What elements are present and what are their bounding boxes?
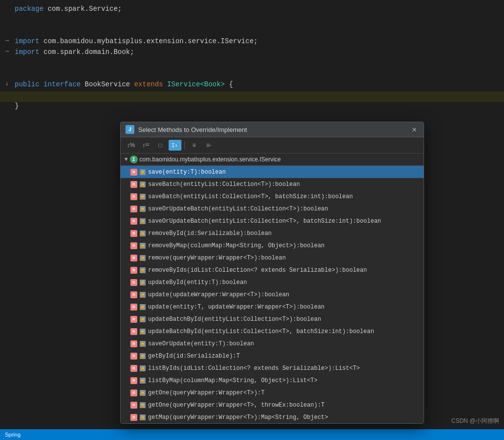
lock-icon: 🔒 xyxy=(140,280,146,285)
method-name: saveOrUpdateBatch(entityList:Collection<… xyxy=(148,218,381,225)
method-icon: m xyxy=(130,353,137,360)
method-item-update-2[interactable]: m 🔒 update(entity:T, updateWrapper:Wrapp… xyxy=(121,301,424,313)
code-line-5: → import com.spark.domain.Book; xyxy=(0,48,504,59)
method-name: saveBatch(entityList:Collection<T>, batc… xyxy=(148,193,353,200)
method-name: getById(id:Serializable):T xyxy=(148,353,240,360)
method-item-removebymap[interactable]: m 🔒 removeByMap(columnMap:Map<String, Ob… xyxy=(121,239,424,252)
code-line-3 xyxy=(0,26,504,37)
copy-javadoc-button[interactable]: ≡- xyxy=(202,140,215,151)
method-icon: m xyxy=(130,279,137,286)
method-item-updatebatchbyid-1[interactable]: m 🔒 updateBatchById(entityList:Collectio… xyxy=(121,313,424,325)
method-icon: m xyxy=(130,267,137,274)
lock-icon: 🔒 xyxy=(140,390,146,396)
lock-icon: 🔒 xyxy=(140,218,146,224)
line-number: → xyxy=(0,48,14,55)
method-name: saveOrUpdateBatch(entityList:Collection<… xyxy=(148,206,328,212)
code-line-2 xyxy=(0,16,504,26)
method-icon: m xyxy=(130,304,137,311)
sort-by-type-button[interactable]: ↕¹² xyxy=(139,140,152,151)
method-item-remove[interactable]: m 🔒 remove(queryWrapper:Wrapper<T>):bool… xyxy=(121,252,424,264)
method-name: removeById(id:Serializable):boolean xyxy=(148,230,272,237)
method-icon: m xyxy=(130,242,137,249)
lock-icon: 🔒 xyxy=(140,231,146,236)
method-icon: m xyxy=(130,169,137,176)
method-item-savebatch-1[interactable]: m 🔒 saveBatch(entityList:Collection<T>):… xyxy=(121,178,424,190)
method-icon: m xyxy=(130,340,137,347)
method-icon: m xyxy=(130,230,137,237)
method-item-removebyid[interactable]: m 🔒 removeById(id:Serializable):boolean xyxy=(121,227,424,239)
lock-icon: 🔒 xyxy=(140,181,146,187)
lock-icon: 🔒 xyxy=(140,316,146,322)
lock-icon: 🔒 xyxy=(140,194,146,200)
lock-icon: 🔒 xyxy=(140,365,146,371)
method-item-getbyid[interactable]: m 🔒 getById(id:Serializable):T xyxy=(121,350,424,362)
method-icon: m xyxy=(130,206,137,212)
method-item-getone-1[interactable]: m 🔒 getOne(queryWrapper:Wrapper<T>):T xyxy=(121,387,424,399)
method-icon: m xyxy=(130,218,137,225)
method-name: updateBatchById(entityList:Collection<T>… xyxy=(148,316,321,323)
method-item-saveorupdatebatch-1[interactable]: m 🔒 saveOrUpdateBatch(entityList:Collect… xyxy=(121,203,424,215)
lock-icon: 🔒 xyxy=(140,341,146,347)
method-name: updateById(entity:T):boolean xyxy=(148,279,247,286)
method-item-getone-2[interactable]: m 🔒 getOne(queryWrapper:Wrapper<T>, thro… xyxy=(121,399,424,411)
code-line-9 xyxy=(0,91,504,102)
method-icon: m xyxy=(130,193,137,200)
method-name: saveOrUpdate(entity:T):boolean xyxy=(148,340,254,347)
method-item-savebatch-2[interactable]: m 🔒 saveBatch(entityList:Collection<T>, … xyxy=(121,190,424,203)
method-icon: m xyxy=(130,377,137,384)
status-spring: Spring xyxy=(5,432,21,438)
lock-icon: 🔒 xyxy=(140,292,146,298)
method-name: listByIds(idList:Collection<? extends Se… xyxy=(148,365,360,372)
method-item-update-1[interactable]: m 🔒 update(updateWrapper:Wrapper<T>):boo… xyxy=(121,288,424,301)
lock-icon: 🔒 xyxy=(140,304,146,310)
methods-list[interactable]: m 🔒 save(entity:T):boolean m 🔒 saveBatch… xyxy=(121,166,424,423)
code-line-1: package com.spark.Service; xyxy=(0,5,504,16)
method-icon: m xyxy=(130,255,137,261)
method-icon: m xyxy=(130,414,137,421)
method-item-updatebatchbyid-2[interactable]: m 🔒 updateBatchById(entityList:Collectio… xyxy=(121,325,424,337)
code-line-10: } xyxy=(0,102,504,113)
method-item-listbymap[interactable]: m 🔒 listByMap(columnMap:Map<String, Obje… xyxy=(121,374,424,387)
lock-icon: 🔒 xyxy=(140,267,146,273)
method-item-removebyids[interactable]: m 🔒 removeByIds(idList:Collection<? exte… xyxy=(121,264,424,276)
lock-icon: 🔒 xyxy=(140,206,146,212)
method-item-save[interactable]: m 🔒 save(entity:T):boolean xyxy=(121,166,424,178)
dialog-title-section: J Select Methods to Override/Implement xyxy=(126,125,247,134)
method-name: updateBatchById(entityList:Collection<T>… xyxy=(148,328,374,335)
code-line-6 xyxy=(0,59,504,70)
method-item-listbyids[interactable]: m 🔒 listByIds(idList:Collection<? extend… xyxy=(121,362,424,374)
lock-icon: 🔒 xyxy=(140,378,146,384)
method-name: saveBatch(entityList:Collection<T>):bool… xyxy=(148,181,300,188)
method-item-saveorupdatebatch-2[interactable]: m 🔒 saveOrUpdateBatch(entityList:Collect… xyxy=(121,215,424,227)
line-number: → xyxy=(0,37,14,44)
toolbar-separator xyxy=(184,141,185,149)
method-name: listByMap(columnMap:Map<String, Object>)… xyxy=(148,377,318,384)
expand-all-button[interactable]: □ xyxy=(154,140,167,151)
lock-icon: 🔒 xyxy=(140,329,146,335)
method-item-saveorupdate[interactable]: m 🔒 saveOrUpdate(entity:T):boolean xyxy=(121,337,424,350)
lock-icon: 🔒 xyxy=(140,169,146,175)
dialog-close-button[interactable]: ✕ xyxy=(410,125,419,134)
override-icon: I↑ xyxy=(172,142,178,149)
method-name: removeByIds(idList:Collection<? extends … xyxy=(148,267,367,274)
code-line-4: → import com.baomidou.mybatisplus.extens… xyxy=(0,37,504,48)
generate-body-button[interactable]: ≡ xyxy=(188,140,201,151)
method-item-updatebyid[interactable]: m 🔒 updateById(entity:T):boolean xyxy=(121,276,424,288)
insert-override-button[interactable]: I↑ xyxy=(169,140,181,151)
method-name: removeByMap(columnMap:Map<String, Object… xyxy=(148,242,325,249)
method-name: getOne(queryWrapper:Wrapper<T>):T xyxy=(148,389,265,396)
tree-header-label: com.baomidou.mybatisplus.extension.servi… xyxy=(140,156,281,163)
watermark: CSDN @小阿狸啊 xyxy=(451,417,499,425)
method-icon: m xyxy=(130,181,137,188)
method-icon: m xyxy=(130,402,137,409)
lock-icon: 🔒 xyxy=(140,243,146,249)
tree-expand-icon[interactable]: ▼ xyxy=(125,156,128,162)
method-item-getmap[interactable]: m 🔒 getMap(queryWrapper:Wrapper<T>):Map<… xyxy=(121,411,424,423)
sort-by-name-button[interactable]: ↕% xyxy=(125,140,137,151)
lock-icon: 🔒 xyxy=(140,353,146,359)
method-name: getMap(queryWrapper:Wrapper<T>):Map<Stri… xyxy=(148,414,328,421)
method-name: update(updateWrapper:Wrapper<T>):boolean xyxy=(148,291,289,298)
lock-icon: 🔒 xyxy=(140,255,146,261)
method-icon: m xyxy=(130,316,137,323)
method-icon: m xyxy=(130,389,137,396)
